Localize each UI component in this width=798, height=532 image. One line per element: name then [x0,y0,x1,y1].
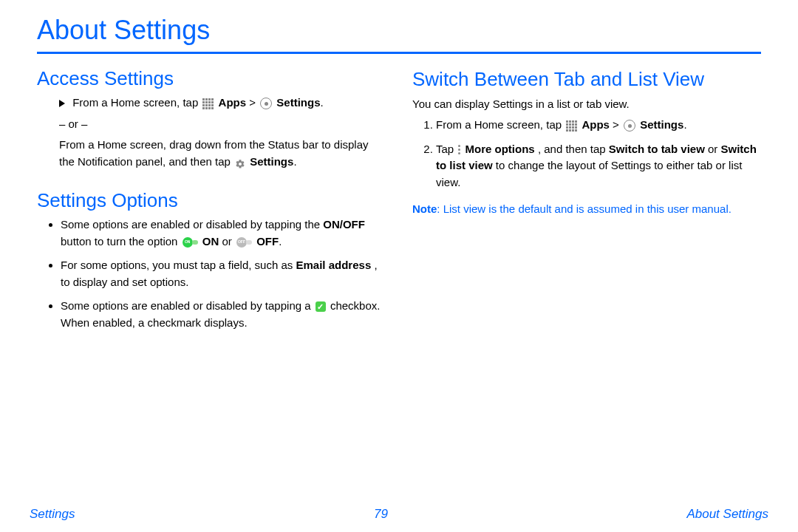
settings-target-icon-2 [624,120,635,132]
note-label: Note [412,202,437,215]
or-text: – or – [59,116,386,133]
period: . [321,96,324,109]
period3: . [683,118,686,131]
apps-grid-icon-2 [566,120,577,132]
step-1: From a Home screen, tap Apps > Settings. [436,117,761,134]
settings-target-icon [260,98,272,109]
b1-pre: Some options are enabled or disabled by … [61,218,323,231]
s2-or: or [708,143,721,155]
access-line2-pre: From a Home screen, drag down from the S… [59,138,369,168]
left-column: Access Settings From a Home screen, tap … [37,64,386,341]
right-column: Switch Between Tab and List View You can… [412,64,761,341]
gt: > [249,96,259,109]
note-text: : List view is the default and is assume… [437,202,732,215]
option-bullet-3: Some options are enabled or disabled by … [61,298,386,331]
footer-right: About Settings [686,507,768,522]
b2-pre: For some options, you must tap a field, … [61,259,296,271]
page-footer: Settings 79 About Settings [0,507,798,522]
email-label: Email address [296,259,372,271]
more-options-label: More options [466,143,535,155]
onoff-label: ON/OFF [323,218,365,231]
access-line-2: From a Home screen, drag down from the S… [59,137,386,170]
checkbox-icon: ✓ [316,301,326,312]
toggle-on-knob: ON [183,237,193,248]
gear-icon [235,157,245,168]
title-divider [37,52,761,54]
toggle-on-icon: ON [183,237,198,248]
footer-left: Settings [30,507,75,522]
access-line-1: From a Home screen, tap Apps > Settings. [59,95,386,112]
switch-intro: You can display Settings in a list or ta… [412,96,761,113]
b1-mid: button to turn the option [61,235,181,248]
access-settings-heading: Access Settings [37,67,386,90]
footer-center: 79 [374,507,388,522]
s1-pre: From a Home screen, tap [436,118,565,131]
settings-label-2: Settings [250,155,293,168]
settings-label: Settings [276,96,320,109]
switch-steps: From a Home screen, tap Apps > Settings.… [412,117,761,191]
period2: . [293,155,296,168]
settings-label-3: Settings [640,118,683,131]
or-label: or [222,235,235,248]
apps-label-2: Apps [582,118,610,131]
apps-label: Apps [219,96,247,109]
switch-view-heading: Switch Between Tab and List View [412,67,761,92]
b3-pre: Some options are enabled or disabled by … [61,299,314,312]
switch-tab-label: Switch to tab view [609,143,705,155]
triangle-icon [59,100,65,107]
option-bullet-1: Some options are enabled or disabled by … [61,216,386,250]
option-bullet-2: For some options, you must tap a field, … [61,257,386,290]
s2-tap: Tap [436,143,457,155]
toggle-off-knob: OFF [236,237,247,248]
options-list: Some options are enabled or disabled by … [37,216,386,331]
page-title: About Settings [37,15,761,46]
toggle-off-icon: OFF [236,237,252,248]
apps-grid-icon [202,98,214,109]
access-line1-pre: From a Home screen, tap [72,96,201,109]
settings-options-heading: Settings Options [37,189,386,212]
on-label: ON [202,235,219,248]
content-columns: Access Settings From a Home screen, tap … [37,64,761,341]
note: Note: List view is the default and is as… [412,201,761,218]
s2-mid1: , and then tap [538,143,609,155]
b1-post: . [279,235,282,248]
off-label: OFF [256,235,279,248]
more-options-icon [458,145,460,154]
step-2: Tap More options , and then tap Switch t… [436,141,761,191]
gt-2: > [613,118,622,131]
